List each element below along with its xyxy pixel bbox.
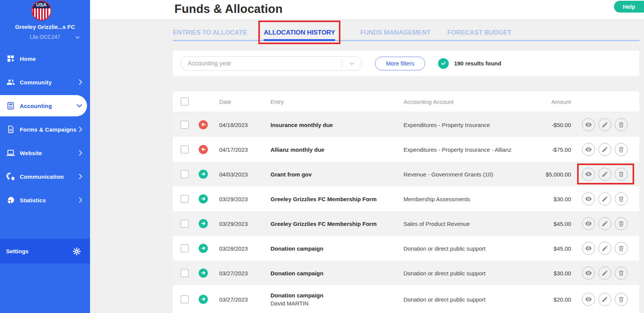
delete-button[interactable] [615,242,628,255]
delete-button[interactable] [615,293,628,306]
select-all-checkbox[interactable] [180,97,189,106]
trash-icon [618,195,625,202]
view-button[interactable] [582,267,595,280]
eye-icon [585,220,592,227]
row-entry-subtext: David MARTIN [271,300,323,307]
sidebar-item-settings[interactable]: Settings [0,239,90,264]
table-row: 04/03/2023 Grant from gov Revenue - Gove… [173,162,639,186]
row-amount: $45.00 [522,245,571,251]
tab-allocation-history[interactable]: ALLOCATION HISTORY [264,24,335,40]
gear-icon[interactable] [73,247,81,256]
row-checkbox[interactable] [180,121,189,129]
trash-icon [618,245,625,252]
allocation-history-table: Date Entry Accounting Account Amount 04/… [173,91,639,313]
pencil-icon [601,245,608,252]
sidebar: USA Greeley Grizzlie...s FC Lila OCC247 … [0,0,90,313]
edit-button[interactable] [598,242,611,255]
chevron-right-icon [79,126,82,132]
delete-button[interactable] [615,168,628,181]
edit-button[interactable] [598,118,611,131]
table-row: 03/28/2023 Donation campaign Donation or… [173,236,639,261]
delete-button[interactable] [615,192,628,205]
income-badge-arrow-right-icon [199,295,208,304]
org-name: Greeley Grizzlie...s FC [0,24,90,30]
column-header-date: Date [219,91,231,112]
row-checkbox[interactable] [180,269,189,277]
select-divider [342,60,342,67]
row-checkbox[interactable] [180,170,189,178]
row-actions [582,168,628,181]
help-button[interactable]: Help [614,1,644,13]
row-actions [582,217,628,230]
pie-chart-icon [6,195,15,205]
edit-button[interactable] [598,192,611,205]
tab-funds-management[interactable]: FUNDS MANAGEMENT [360,24,430,40]
row-checkbox[interactable] [180,195,189,203]
expense-badge-arrow-left-icon [199,145,208,154]
sidebar-item-accounting[interactable]: Accounting [0,94,90,118]
edit-button[interactable] [598,267,611,280]
trash-icon [618,121,625,128]
view-button[interactable] [582,143,595,156]
tab-forecast-budget[interactable]: FORECAST BUDGET [447,24,511,40]
chevron-down-icon[interactable] [349,61,354,67]
usa-crest-icon: USA [31,0,52,21]
table-header-row: Date Entry Accounting Account Amount [173,91,639,112]
row-date: 04/03/2023 [219,171,248,177]
row-checkbox[interactable] [180,244,189,253]
edit-button[interactable] [598,168,611,181]
eye-icon [585,269,592,277]
view-button[interactable] [582,192,595,205]
sidebar-item-community[interactable]: Community [0,70,90,94]
edit-button[interactable] [598,217,611,230]
more-filters-button[interactable]: More filters [375,57,425,70]
row-checkbox[interactable] [180,295,189,303]
accounting-year-select[interactable]: Accounting year [180,56,362,71]
delete-button[interactable] [615,267,628,280]
view-button[interactable] [582,118,595,131]
sidebar-item-home[interactable]: Home [0,47,90,70]
row-entry: Donation campaign [271,245,323,251]
delete-button[interactable] [615,217,628,230]
pencil-icon [601,121,608,128]
row-actions [582,267,628,280]
view-button[interactable] [582,242,595,255]
org-switcher[interactable]: USA Greeley Grizzlie...s FC Lila OCC247 [0,0,90,47]
results-indicator: 190 results found [438,58,501,69]
row-checkbox[interactable] [180,219,189,228]
row-checkbox[interactable] [180,145,189,154]
edit-button[interactable] [598,293,611,306]
row-entry: Greeley Grizzlies FC Membership Form [271,220,377,227]
table-row: 03/27/2023 Donation campaignDavid MARTIN… [173,285,639,313]
row-account: Expenditures - Property Insurance [403,121,490,128]
laptop-icon [6,148,15,157]
view-button[interactable] [582,217,595,230]
eye-icon [585,245,592,252]
income-badge-arrow-right-icon [199,244,208,253]
table-row: 03/29/2023 Greeley Grizzlies FC Membersh… [173,186,639,211]
row-amount: $5,000.00 [522,171,571,177]
pencil-icon [601,195,608,202]
row-entry: Allianz monthly due [271,146,324,153]
view-button[interactable] [582,293,595,306]
row-date: 03/27/2023 [219,296,248,302]
row-entry: Greeley Grizzlies FC Membership Form [271,195,377,202]
people-icon [6,78,15,87]
chevron-down-icon [76,103,82,108]
trash-icon [618,296,625,303]
row-amount: -$50.00 [522,121,571,128]
sidebar-item-statistics[interactable]: Statistics [0,188,90,212]
sidebar-item-communication[interactable]: Communication [0,165,90,188]
sidebar-item-website[interactable]: Website [0,141,90,165]
sidebar-item-forms-campaigns[interactable]: Forms & Campaigns [0,118,90,141]
chevron-down-icon[interactable] [75,35,80,42]
delete-button[interactable] [615,118,628,131]
edit-button[interactable] [598,143,611,156]
view-button[interactable] [582,168,595,181]
row-account: Donation or direct public support [403,270,486,276]
delete-button[interactable] [615,143,628,156]
accounting-year-placeholder: Accounting year [188,57,231,70]
top-bar: Funds & Allocation Help [90,0,644,19]
eye-icon [585,170,592,178]
tab-entries-to-allocate[interactable]: ENTRIES TO ALLOCATE [173,24,247,40]
